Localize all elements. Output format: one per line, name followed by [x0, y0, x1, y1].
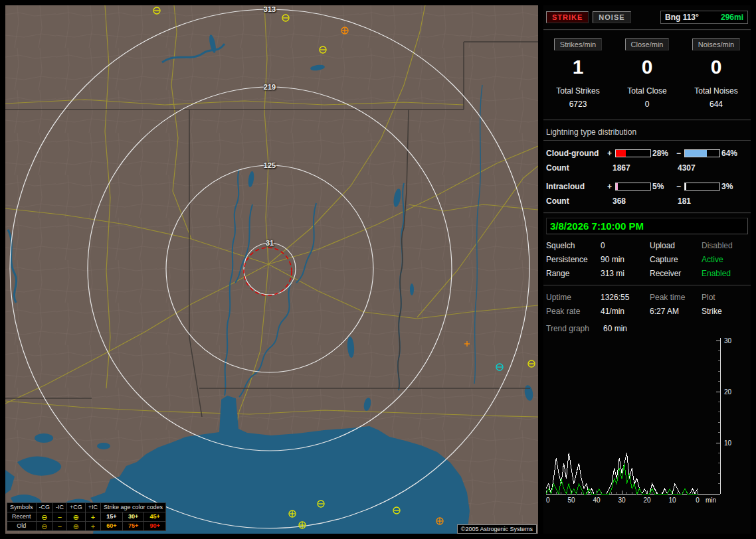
receiver-settings: Squelch 0 Upload Disabled Persistence 90…	[543, 238, 751, 281]
cloud-ground-row: Cloud-ground + 28% − 64%	[543, 146, 751, 161]
strikes-per-min-button[interactable]: Strikes/min	[554, 38, 602, 50]
pos-ic-icon: +	[85, 522, 100, 531]
map-legend: Symbols -CG -IC +CG +IC Strike age color…	[7, 502, 166, 531]
neg-count-value: 181	[678, 196, 748, 206]
upload-status: Disabled	[702, 241, 748, 250]
pos-ic-icon: +	[85, 512, 100, 522]
total-close-value: 0	[613, 100, 682, 109]
legend-col-header: -CG	[36, 503, 53, 512]
svg-text:10: 10	[724, 439, 732, 447]
divider	[543, 212, 751, 214]
range-value: 313 mi	[601, 269, 650, 278]
bearing-value: Bng 113°	[665, 13, 699, 22]
plot-value: Strike	[702, 307, 748, 316]
rate-counters: Strikes/min 1 Total Strikes 6723 Close/m…	[543, 35, 751, 116]
intracloud-counts: Count 368 181	[543, 194, 751, 208]
age-code: 90+	[144, 522, 166, 531]
capture-label: Capture	[650, 255, 702, 264]
distance-value: 296mi	[721, 13, 743, 22]
trend-window-value: 60 min	[603, 324, 748, 333]
current-datetime: 3/8/2026 7:10:00 PM	[546, 218, 748, 234]
type-name: Intracloud	[546, 182, 607, 191]
capture-status: Active	[702, 255, 748, 264]
age-code: 75+	[122, 522, 144, 531]
bar-fill	[685, 183, 686, 190]
divider	[543, 29, 751, 31]
divider	[543, 285, 751, 286]
minus-sign: −	[676, 182, 684, 191]
noise-mode-button[interactable]: NOISE	[593, 11, 630, 23]
persistence-label: Persistence	[546, 255, 601, 264]
svg-text:20: 20	[643, 497, 651, 504]
receiver-label: Receiver	[650, 269, 702, 278]
bar-fill	[616, 183, 618, 190]
legend-row-label: Recent	[7, 512, 37, 522]
legend-col-header: +CG	[67, 503, 86, 512]
persistence-value: 90 min	[601, 255, 650, 264]
neg-count-value: 4307	[678, 163, 748, 173]
peak-time-label: Peak time	[650, 293, 702, 302]
svg-text:0: 0	[696, 497, 700, 504]
squelch-value: 0	[601, 241, 650, 250]
strike-mode-button[interactable]: STRIKE	[546, 11, 589, 23]
minus-sign: −	[676, 149, 684, 158]
neg-cg-icon: ⊖	[36, 522, 53, 531]
pos-pct-bar	[615, 149, 651, 157]
legend-age-header: Strike age color codes	[101, 503, 166, 512]
bearing-readout: Bng 113° 296mi	[660, 11, 748, 24]
svg-text:20: 20	[724, 388, 732, 396]
neg-pct-value: 3%	[721, 182, 744, 191]
neg-pct-bar	[684, 149, 720, 157]
neg-cg-icon: ⊖	[36, 512, 53, 522]
intracloud-row: Intracloud + 5% − 3%	[543, 179, 751, 194]
bar-fill	[685, 150, 707, 157]
range-ring-label: 125	[264, 161, 276, 169]
noises-counter: Noises/min 0 Total Noises 644	[682, 38, 751, 109]
svg-text:min: min	[706, 497, 716, 504]
legend-symbols-header: Symbols	[7, 503, 37, 512]
peak-rate-value: 41/min	[601, 307, 650, 316]
receiver-status: Enabled	[702, 269, 748, 278]
type-name: Cloud-ground	[546, 149, 607, 158]
age-code: 45+	[144, 512, 166, 522]
lightning-map[interactable]: 313 219 125 31 Symbols -CG -IC +CG +IC S…	[5, 5, 538, 534]
count-label: Count	[546, 163, 613, 173]
bar-fill	[616, 150, 626, 157]
plus-sign: +	[607, 149, 615, 158]
close-counter: Close/min 0 Total Close 0	[613, 38, 682, 109]
trend-graph-header: Trend graph 60 min	[543, 319, 751, 333]
uptime-value: 1326:55	[601, 293, 650, 302]
count-label: Count	[546, 196, 613, 206]
range-label: Range	[546, 269, 601, 278]
age-code: 15+	[101, 512, 123, 522]
svg-text:60: 60	[546, 497, 550, 504]
plot-label: Plot	[702, 293, 748, 302]
noises-per-min-button[interactable]: Noises/min	[692, 38, 740, 50]
legend-col-header: +IC	[85, 503, 100, 512]
noises-per-min-value: 0	[682, 56, 751, 78]
lightning-distribution: Lightning type distribution Cloud-ground…	[543, 125, 751, 208]
trend-graph-label: Trend graph	[546, 324, 603, 333]
svg-text:50: 50	[567, 497, 575, 504]
range-ring-label: 313	[264, 5, 276, 13]
total-strikes-label: Total Strikes	[543, 86, 613, 96]
range-ring-label: 31	[266, 239, 274, 247]
session-stats: Uptime 1326:55 Peak time Plot Peak rate …	[543, 290, 751, 319]
pos-pct-value: 5%	[652, 182, 676, 191]
total-strikes-value: 6723	[543, 100, 613, 109]
neg-pct-bar	[684, 183, 720, 191]
peak-time-value: 6:27 AM	[650, 307, 702, 316]
total-noises-value: 644	[682, 100, 751, 109]
neg-ic-icon: −	[53, 522, 67, 531]
legend-col-header: -IC	[53, 503, 67, 512]
neg-pct-value: 64%	[721, 149, 744, 158]
svg-text:30: 30	[618, 497, 626, 504]
peak-rate-label: Peak rate	[546, 307, 601, 316]
close-per-min-button[interactable]: Close/min	[625, 38, 670, 50]
copyright-notice: ©2005 Astrogenic Systems	[457, 524, 537, 534]
svg-text:30: 30	[724, 337, 732, 345]
trend-graph: 6050403020100min102030	[546, 336, 748, 506]
plus-sign: +	[607, 182, 615, 191]
pos-count-value: 368	[613, 196, 678, 206]
svg-text:40: 40	[593, 497, 601, 504]
